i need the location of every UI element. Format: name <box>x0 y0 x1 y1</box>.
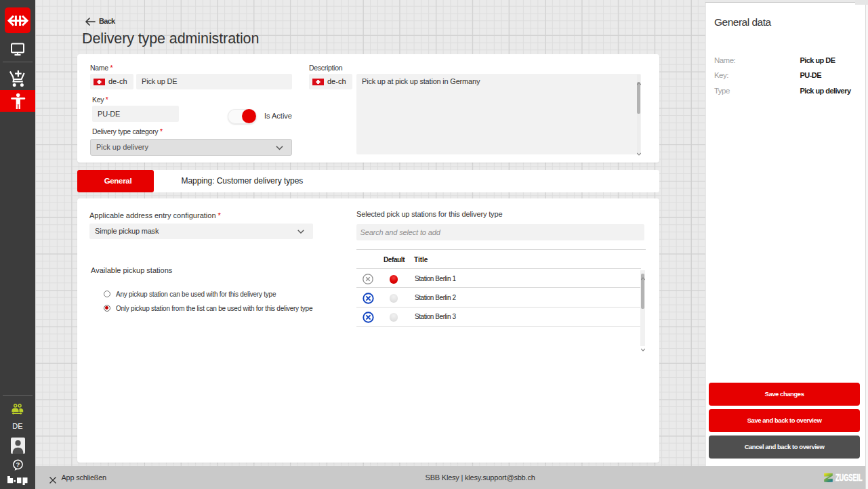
svg-text:?: ? <box>16 461 20 468</box>
